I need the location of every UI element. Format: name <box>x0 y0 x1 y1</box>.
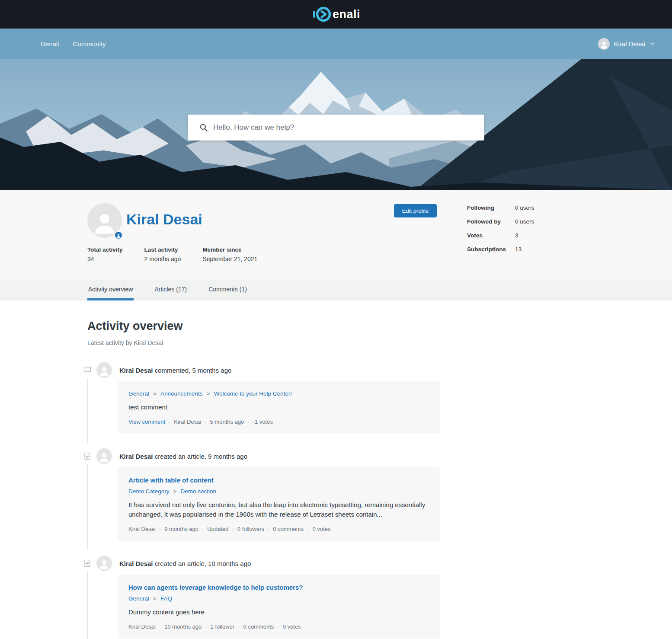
user-role-badge <box>114 231 123 240</box>
meta-votes: 0 votes <box>304 526 330 532</box>
meta-time: 10 months ago <box>156 623 202 630</box>
search-icon <box>199 123 208 132</box>
nav-user-avatar <box>598 38 610 50</box>
activity-card: GeneralAnnouncementsWelcome to your Help… <box>118 381 440 434</box>
article-icon <box>83 559 91 567</box>
stat-value: 3 <box>515 232 534 239</box>
search-bar[interactable] <box>188 115 484 141</box>
activity-action: created an article, 9 months ago <box>153 453 247 460</box>
denali-logo[interactable]: enali <box>312 6 360 23</box>
nav-link-denali[interactable]: Denali <box>41 40 59 48</box>
top-bar: enali <box>0 0 672 29</box>
meta-comments: 0 comments <box>264 526 304 532</box>
activity-card: Article with table of content Demo Categ… <box>118 467 440 541</box>
search-input[interactable] <box>213 123 484 132</box>
timeline-connector <box>87 378 88 443</box>
stat-value: 13 <box>515 246 534 252</box>
stat-value: 0 users <box>515 204 534 211</box>
meta-time: 5 months ago <box>201 419 244 425</box>
stat-label: Following <box>467 204 515 211</box>
stat-value: 2 months ago <box>144 256 181 262</box>
stat-value: 0 users <box>515 218 534 225</box>
meta-updated: Updated <box>198 526 229 532</box>
stat-label: Total activity <box>87 246 123 253</box>
tab-comments[interactable]: Comments (1) <box>208 280 248 300</box>
activity-action: created an article, 10 months ago <box>153 560 251 567</box>
activity-actor: Kiral Desai <box>119 367 153 374</box>
activity-item-article: Kiral Desai created an article, 9 months… <box>87 448 672 556</box>
view-comment-link[interactable]: View comment <box>128 419 165 425</box>
card-meta: Kiral Desai9 months agoUpdated0 follower… <box>128 526 430 532</box>
page-subtitle: Latest activity by Kiral Desai <box>87 339 672 346</box>
activity-header: Kiral Desai commented, 5 months ago <box>119 367 231 374</box>
tab-activity-overview[interactable]: Activity overview <box>87 280 134 300</box>
person-icon <box>599 40 608 49</box>
nav-user-name: Kiral Desai <box>614 40 645 48</box>
meta-time: 9 months ago <box>156 526 198 532</box>
activity-actor: Kiral Desai <box>119 453 153 460</box>
stat-label: Last activity <box>144 246 181 253</box>
profile-tabs: Activity overview Articles (17) Comments… <box>0 280 672 300</box>
activity-card: How can agents leverage knowledge to hel… <box>118 575 440 639</box>
meta-author: Kiral Desai <box>165 419 201 425</box>
logo-text: enali <box>333 8 360 21</box>
breadcrumb-link[interactable]: Welcome to your Help Center! <box>203 390 292 397</box>
comment-body: test comment <box>128 403 430 412</box>
activity-avatar <box>96 556 112 571</box>
stat-label: Member since <box>202 246 257 253</box>
meta-followers: 0 followers <box>228 526 264 532</box>
article-icon <box>83 452 91 460</box>
denali-logo-icon <box>312 6 332 23</box>
meta-votes: 0 votes <box>274 623 301 630</box>
profile-activity-stats: Total activity 34 Last activity 2 months… <box>87 246 257 262</box>
meta-author: Kiral Desai <box>128 623 156 630</box>
breadcrumb: GeneralFAQ <box>128 595 430 602</box>
activity-avatar <box>96 448 112 464</box>
person-icon <box>98 451 110 463</box>
stat-value: 34 <box>87 256 123 262</box>
meta-followers: 1 follower <box>202 623 234 630</box>
card-meta: View commentKiral Desai5 months ago-1 vo… <box>128 419 430 425</box>
activity-actor: Kiral Desai <box>119 560 153 567</box>
nav-user-menu[interactable]: Kiral Desai <box>598 38 655 50</box>
article-title-link[interactable]: How can agents leverage knowledge to hel… <box>128 584 303 591</box>
breadcrumb-link[interactable]: Demo Category <box>128 488 170 495</box>
person-icon <box>116 233 121 238</box>
breadcrumb-link[interactable]: General <box>128 390 149 397</box>
stat-value: September 21, 2021 <box>202 256 257 262</box>
person-icon <box>91 209 118 236</box>
article-title-link[interactable]: Article with table of content <box>128 476 214 484</box>
profile-section: Kiral Desai Edit profile Following 0 use… <box>0 190 672 280</box>
activity-header: Kiral Desai created an article, 9 months… <box>119 453 247 460</box>
breadcrumb: GeneralAnnouncementsWelcome to your Help… <box>128 390 430 397</box>
page-title: Activity overview <box>87 320 672 333</box>
activity-item-comment: Kiral Desai commented, 5 months ago Gene… <box>87 362 672 448</box>
card-meta: Kiral Desai10 months ago1 follower0 comm… <box>128 623 430 630</box>
stat-label: Subscriptions <box>467 246 515 252</box>
profile-side-stats: Following 0 users Followed by 0 users Vo… <box>467 204 534 252</box>
tab-articles[interactable]: Articles (17) <box>154 280 188 300</box>
activity-item-article: Kiral Desai created an article, 10 month… <box>87 556 672 639</box>
breadcrumb-link[interactable]: General <box>128 595 149 602</box>
breadcrumb-link[interactable]: Demo section <box>170 488 216 495</box>
profile-name: Kiral Desai <box>126 211 202 228</box>
profile-avatar <box>87 203 122 238</box>
stat-label: Followed by <box>467 218 515 225</box>
chevron-down-icon <box>650 42 655 45</box>
breadcrumb-link[interactable]: Announcements <box>149 390 202 397</box>
article-excerpt: Dummy content goes here <box>128 607 430 617</box>
nav-bar: Denali Community Kiral Desai <box>0 29 672 59</box>
person-icon <box>98 558 110 570</box>
activity-avatar <box>96 362 112 378</box>
breadcrumb-link[interactable]: FAQ <box>149 595 172 602</box>
timeline-connector <box>87 464 88 550</box>
meta-comments: 0 comments <box>234 623 274 630</box>
person-icon <box>98 365 110 377</box>
nav-link-community[interactable]: Community <box>73 40 106 48</box>
timeline-connector <box>87 571 88 639</box>
article-excerpt: It has survived not only five centuries,… <box>128 500 430 519</box>
activity-timeline: Kiral Desai commented, 5 months ago Gene… <box>87 362 672 639</box>
edit-profile-button[interactable]: Edit profile <box>394 204 437 217</box>
breadcrumb: Demo CategoryDemo section <box>128 488 430 495</box>
meta-author: Kiral Desai <box>128 526 156 532</box>
